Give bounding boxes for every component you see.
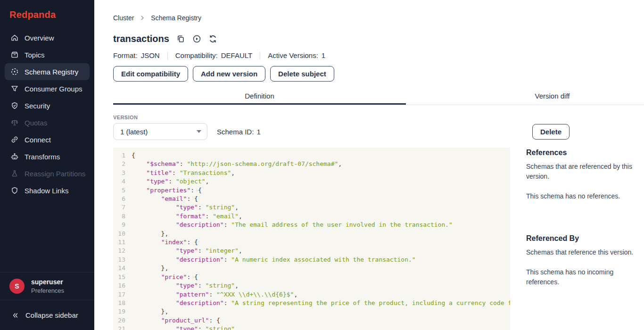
code-text: "title": "Transactions", (132, 169, 235, 177)
flask-icon (10, 169, 19, 178)
line-number: 4 (113, 177, 125, 186)
version-label: VERSION (113, 115, 570, 120)
tab-definition[interactable]: Definition (113, 89, 406, 105)
code-text: "type": "string", (132, 281, 239, 290)
line-number: 11 (113, 238, 125, 247)
sidebar-item-schema-registry[interactable]: Schema Registry (5, 63, 90, 80)
line-number: 10 (113, 230, 125, 238)
chevron-down-icon (197, 130, 201, 133)
line-number: 19 (113, 307, 125, 316)
sidebar-item-label: Security (25, 102, 50, 110)
app-window: Redpanda Overview Topics Schema Registry (0, 0, 644, 330)
double-chevron-left-icon (11, 312, 19, 319)
code-text: "description": "The email address of the… (132, 221, 453, 229)
line-number: 18 (113, 299, 125, 307)
topics-icon (10, 50, 19, 59)
code-line: 19 }, (113, 307, 510, 316)
schema-stats: Format: JSON Compatibility: DEFAULT Acti… (113, 51, 644, 59)
robot-icon (10, 152, 19, 161)
sidebar-item-security[interactable]: Security (5, 97, 90, 114)
code-editor[interactable]: 1{2 "$schema": "http://json-schema.org/d… (113, 148, 510, 330)
code-text: "description": "A numeric index associat… (132, 256, 416, 264)
breadcrumb-cluster[interactable]: Cluster (113, 14, 134, 22)
user-profile[interactable]: S superuser Preferences (0, 272, 94, 300)
avatar: S (9, 279, 25, 294)
code-text: "type": "string", (132, 203, 239, 212)
copy-icon[interactable] (176, 34, 185, 43)
code-text: "type": "object", (132, 177, 209, 186)
line-number: 3 (113, 169, 125, 177)
stat-label: Active Versions: (268, 51, 318, 59)
code-line: 10 }, (113, 230, 510, 238)
stat-label: Compatibility: (175, 51, 218, 59)
sidebar-item-transforms[interactable]: Transforms (5, 148, 90, 165)
main-content: Cluster Schema Registry transactions For… (94, 0, 644, 330)
redpanda-logo: Redpanda (0, 0, 94, 29)
shield-check-icon (10, 101, 19, 110)
stat-value: 1 (322, 51, 325, 59)
delete-subject-button[interactable]: Delete subject (270, 66, 334, 82)
divider (167, 52, 168, 59)
sidebar-item-label: Quotas (25, 119, 47, 127)
add-new-version-button[interactable]: Add new version (193, 66, 265, 82)
refresh-icon[interactable] (208, 34, 217, 43)
page-title: transactions (113, 33, 169, 44)
code-text: "properties": { (132, 186, 202, 195)
user-name: superuser (31, 278, 64, 286)
home-icon (10, 33, 19, 42)
code-line: 7 "type": "string", (113, 203, 510, 212)
sidebar-item-connect[interactable]: Connect (5, 131, 90, 148)
referenced-by-title: Referenced By (526, 234, 644, 243)
chevron-right-icon (140, 15, 145, 21)
stat-active-versions: Active Versions: 1 (268, 51, 325, 59)
line-number: 16 (113, 281, 125, 290)
code-text: { (132, 151, 135, 160)
references-title: References (526, 148, 644, 157)
tab-version-diff[interactable]: Version diff (406, 89, 644, 105)
stat-label: Format: (113, 51, 138, 59)
code-line: 12 "type": "integer", (113, 247, 510, 255)
code-text: "format": "email", (132, 212, 242, 221)
version-select[interactable]: 1 (latest) (113, 123, 207, 140)
edit-compatibility-button[interactable]: Edit compatibility (113, 66, 188, 82)
tab-bar: Definition Version diff (113, 89, 644, 105)
funnel-icon (10, 84, 19, 93)
sidebar-item-consumer-groups[interactable]: Consumer Groups (5, 80, 90, 97)
shield-icon (10, 186, 19, 195)
schema-registry-icon (10, 67, 19, 76)
line-number: 14 (113, 264, 125, 272)
sidebar-item-shadow-links[interactable]: Shadow Links (5, 182, 90, 199)
sidebar: Redpanda Overview Topics Schema Registry (0, 0, 94, 330)
preferences-link[interactable]: Preferences (31, 287, 64, 294)
code-line: 4 "type": "object", (113, 177, 510, 186)
breadcrumb: Cluster Schema Registry (113, 14, 644, 22)
version-select-value: 1 (latest) (120, 128, 197, 136)
references-description: Schemas that are referenced by this vers… (526, 162, 644, 182)
code-text: "description": "A string representing th… (132, 299, 510, 307)
code-line: 2 "$schema": "http://json-schema.org/dra… (113, 160, 510, 168)
play-circle-icon[interactable] (192, 34, 201, 43)
line-number: 6 (113, 195, 125, 203)
referenced-by-description: Schemas that reference this version. (526, 248, 644, 257)
code-text: }, (132, 307, 168, 316)
sidebar-nav: Overview Topics Schema Registry Consumer… (0, 29, 94, 199)
code-line: 9 "description": "The email address of t… (113, 221, 510, 229)
sidebar-item-label: Reassign Partitions (25, 170, 85, 178)
sidebar-item-label: Shadow Links (25, 187, 68, 195)
references-panel: References Schemas that are referenced b… (526, 148, 644, 287)
delete-version-button[interactable]: Delete (532, 124, 570, 140)
sidebar-item-quotas: Quotas (5, 114, 90, 131)
collapse-sidebar-button[interactable]: Collapse sidebar (0, 300, 94, 330)
code-text: "type": "integer", (132, 247, 242, 255)
breadcrumb-schema-registry[interactable]: Schema Registry (151, 14, 201, 22)
sidebar-item-topics[interactable]: Topics (5, 46, 90, 63)
references-section: References Schemas that are referenced b… (526, 148, 644, 201)
code-line: 17 "pattern": "^XXX \\d+\\.\\d{6}$", (113, 290, 510, 299)
code-line: 13 "description": "A numeric index assoc… (113, 256, 510, 264)
line-number: 9 (113, 221, 125, 229)
code-line: 5 "properties": { (113, 186, 510, 195)
line-number: 20 (113, 316, 125, 325)
sidebar-item-overview[interactable]: Overview (5, 29, 90, 46)
sidebar-item-label: Overview (25, 34, 54, 42)
collapse-sidebar-label: Collapse sidebar (25, 311, 78, 319)
